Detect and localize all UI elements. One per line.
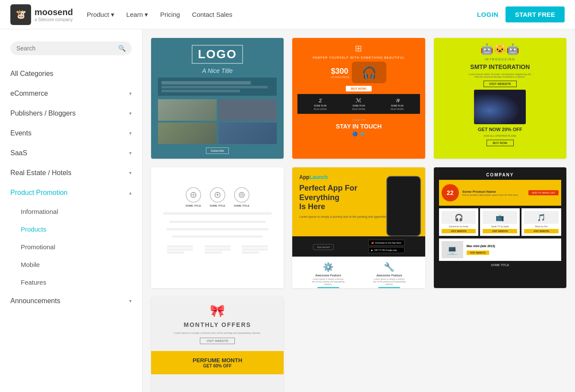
tpl7-title: MONTHLY OFFERS [183, 321, 251, 328]
main-layout: 🔍 All Categories eCommerce Publishers / … [0, 29, 575, 392]
tpl7-offer1: PERFUME MONTH [157, 357, 278, 364]
tpl6-company: COMPANY [486, 172, 514, 177]
tpl6-product-2: 📺 Apple TV by Apple VISIT WEBSITE [480, 208, 520, 236]
tpl5-features: ⚙️ Awesome Feature Lorem ipsum is simply… [292, 257, 425, 288]
tpl7-desc: Lorem ipsum is simply a dummy text of th… [174, 332, 261, 334]
sidebar-sub-promotional[interactable]: Promotional [0, 238, 142, 256]
ecommerce-chevron-icon [129, 91, 132, 97]
template-ecommerce-orange: ⊞ PAMPER YOURSELF WITH SOMETHING BEAUTIF… [292, 38, 425, 159]
tpl2-buy-btn[interactable]: BUY NOW! [346, 86, 372, 91]
template-smtp: 🤖🐱🤖 INTRODUCING SMTP INTEGRATION Lorem i… [434, 38, 566, 159]
tpl3-robot-icon: 🤖🐱🤖 [480, 43, 519, 55]
logo[interactable]: 🐮 moosend a Sitecore company [10, 4, 73, 25]
tpl3-discount-sub: FOR ALL STARTER PLANS [484, 135, 516, 137]
svg-point-10 [241, 194, 242, 195]
template-card-7[interactable]: 🎀 MONTHLY OFFERS Lorem ipsum is simply a… [151, 297, 284, 392]
search-input[interactable] [16, 45, 115, 52]
tpl2-price-sub: ACTION PRICE [331, 76, 350, 78]
template-preview-5: AppLaunch Perfect App For Everything Is … [292, 167, 425, 288]
tpl6-mac-name: Mac mini (late 2013) [467, 245, 495, 248]
tpl4-icons-row: SOME TITLE SOME TIT [186, 187, 250, 207]
product-dropdown-icon: ▾ [111, 11, 114, 19]
tpl6-product-2-image: 📺 [483, 211, 517, 224]
template-card-1[interactable]: LOGO A Nice Title S [151, 38, 284, 159]
sidebar-item-publishers-bloggers[interactable]: Publishers / Bloggers [0, 103, 142, 123]
tpl7-offer2: GET 60% OFF [157, 364, 278, 368]
template-card-3[interactable]: 🤖🐱🤖 INTRODUCING SMTP INTEGRATION Lorem i… [434, 38, 566, 159]
sidebar-item-product-promotion[interactable]: Product Promotion [0, 183, 142, 203]
sidebar-item-events[interactable]: Events [0, 123, 142, 143]
tpl5-store-buttons: App launch 🍎Download on the App Store ▶G… [292, 236, 425, 257]
tpl6-product-name: Some Product Name [462, 190, 518, 194]
tpl1-images [158, 99, 277, 144]
saas-chevron-icon [129, 150, 132, 156]
tpl1-body [158, 78, 277, 96]
template-card-6[interactable]: COMPANY 22 Some Product Name Some produc… [434, 167, 566, 288]
tpl6-visit-2[interactable]: VISIT WEBSITE [483, 229, 517, 233]
sidebar-sub-products[interactable]: Products [0, 220, 142, 238]
template-card-5[interactable]: AppLaunch Perfect App For Everything Is … [292, 167, 425, 288]
publishers-chevron-icon [129, 110, 132, 116]
logo-icon: 🐮 [10, 4, 31, 25]
template-preview-6: COMPANY 22 Some Product Name Some produc… [434, 167, 566, 288]
nav-contact-sales[interactable]: Contact Sales [192, 11, 232, 18]
tpl7-bottom: PERFUME MONTH GET 60% OFF [151, 351, 284, 374]
template-card-4[interactable]: · · · · · SOME TITLE [151, 167, 284, 288]
header-actions: LOGIN START FREE [477, 6, 565, 22]
nav-product[interactable]: Product ▾ [87, 11, 114, 19]
tpl5-launch-btn[interactable]: App launch [313, 244, 334, 250]
tpl6-product-3-image: 🎵 [524, 211, 559, 224]
sidebar-item-all-categories[interactable]: All Categories [0, 64, 142, 84]
main-nav: Product ▾ Learn ▾ Pricing Contact Sales [87, 11, 477, 19]
tpl6-mac-visit[interactable]: VISIT WEBSITE [467, 251, 489, 255]
tpl7-bow-icon: 🎀 [210, 304, 225, 318]
tpl6-add-to-wishlist[interactable]: ADD TO WISH LIST [528, 190, 559, 195]
template-preview-7: 🎀 MONTHLY OFFERS Lorem ipsum is simply a… [151, 297, 284, 392]
feature-icon-3 [238, 191, 245, 198]
tpl5-learn-more-1[interactable]: Learn More [317, 287, 339, 288]
template-newsletter: LOGO A Nice Title S [151, 38, 284, 159]
announcements-chevron-icon [129, 298, 132, 304]
start-free-button[interactable]: START FREE [505, 6, 565, 22]
template-preview-3: 🤖🐱🤖 INTRODUCING SMTP INTEGRATION Lorem i… [434, 38, 566, 159]
tpl6-product-hero: 22 Some Product Name Some product descri… [439, 180, 561, 206]
tpl6-mac-section: 💻 Mac mini (late 2013) VISIT WEBSITE [439, 238, 561, 261]
template-monthly-offers: 🎀 MONTHLY OFFERS Lorem ipsum is simply a… [151, 297, 284, 392]
tpl2-price: $300 [331, 67, 350, 76]
events-chevron-icon [129, 130, 132, 136]
tpl6-visit-1[interactable]: VISIT WEBSITE [442, 229, 476, 233]
svg-text:🐮: 🐮 [16, 9, 26, 19]
tpl2-tagline: PAMPER YOURSELF WITH SOMETHING BEAUTIFUL [313, 56, 404, 59]
tpl3-laptop-image [474, 90, 526, 124]
sidebar-sub-mobile[interactable]: Mobile [0, 256, 142, 273]
tpl2-product-image: 🎧 [352, 62, 386, 83]
tpl5-feature-icon-2: 🔧 [372, 262, 407, 272]
feature-icon-1 [190, 191, 197, 198]
login-button[interactable]: LOGIN [477, 11, 499, 18]
tpl6-visit-3[interactable]: VISIT WEBSITE [524, 229, 559, 233]
template-app-launch: AppLaunch Perfect App For Everything Is … [292, 167, 425, 288]
tpl4-icon-3: SOME TITLE [234, 187, 250, 207]
sidebar-item-ecommerce[interactable]: eCommerce [0, 84, 142, 103]
sidebar-item-saas[interactable]: SaaS [0, 143, 142, 163]
template-preview-1: LOGO A Nice Title S [151, 38, 284, 159]
sidebar-item-real-estate[interactable]: Real Estate / Hotels [0, 163, 142, 183]
tpl3-visit-btn[interactable]: VISIT WEBSITE [483, 81, 517, 87]
tpl7-visit-btn[interactable]: VISIT WEBSITE [200, 338, 235, 344]
tpl2-icon: ⊞ [355, 43, 362, 53]
svg-point-6 [217, 194, 218, 196]
sidebar-sub-features[interactable]: Features [0, 273, 142, 291]
sidebar-item-announcements[interactable]: Announcements [0, 291, 142, 311]
tpl3-desc: Lorem ipsum dolor sit amet, consectetur … [468, 73, 531, 78]
tpl5-learn-more-2[interactable]: Learn More [378, 287, 400, 288]
nav-pricing[interactable]: Pricing [160, 11, 180, 18]
template-card-2[interactable]: ⊞ PAMPER YOURSELF WITH SOMETHING BEAUTIF… [292, 38, 425, 159]
tpl3-buy-now-btn[interactable]: BUY NOW [487, 140, 514, 146]
tpl5-feature-icon-1: ⚙️ [311, 262, 345, 272]
tpl1-subscribe-btn[interactable]: Subscribe [206, 147, 229, 154]
real-estate-chevron-icon [129, 170, 132, 176]
nav-learn[interactable]: Learn ▾ [126, 11, 148, 19]
product-promotion-chevron-icon [129, 190, 132, 196]
sidebar-sub-informational[interactable]: Informational [0, 203, 142, 220]
tpl6-product-1: 🎧 Earphones by Audio VISIT WEBSITE [439, 208, 479, 236]
